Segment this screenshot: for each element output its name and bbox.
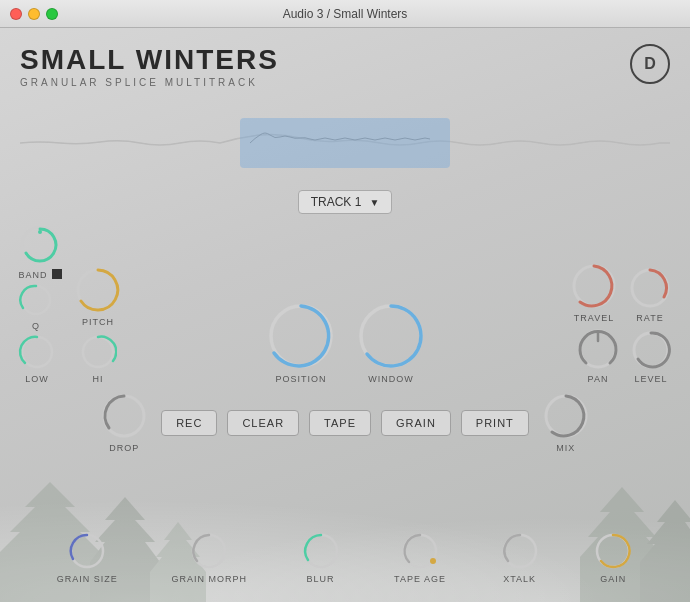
window-knob-group: WINDOW <box>356 301 426 384</box>
pan-level-group: PAN LEVEL <box>576 327 672 384</box>
track-dropdown[interactable]: TRACK 1 ▼ <box>298 190 393 214</box>
track-selector-container: TRACK 1 ▼ <box>0 190 690 214</box>
close-button[interactable] <box>10 8 22 20</box>
svg-point-2 <box>22 286 50 314</box>
band-knob[interactable] <box>18 223 62 267</box>
tape-age-label: TAPE AGE <box>394 574 446 584</box>
low-knob[interactable] <box>18 333 56 371</box>
minimize-button[interactable] <box>28 8 40 20</box>
drop-knob[interactable] <box>100 392 148 440</box>
gain-label: GAIN <box>600 574 626 584</box>
plugin-body: SMALL WINTERS GRANULAR SPLICE MULTITRACK… <box>0 28 690 602</box>
plugin-subtitle: GRANULAR SPLICE MULTITRACK <box>20 77 279 88</box>
position-label: POSITION <box>275 374 326 384</box>
window-knob[interactable] <box>356 301 426 371</box>
plugin-header: SMALL WINTERS GRANULAR SPLICE MULTITRACK <box>20 44 279 88</box>
left-top-group: BAND Q <box>18 223 122 384</box>
bottom-knobs-row: GRAIN SIZE GRAIN MORPH BLUR TAPE <box>0 531 690 584</box>
center-controls: POSITION WINDOW <box>266 301 426 384</box>
rec-button[interactable]: REC <box>161 410 217 436</box>
travel-rate-group: TRAVEL RATE <box>570 262 672 323</box>
band-indicator <box>52 269 62 279</box>
grain-morph-knob[interactable] <box>189 531 229 571</box>
low-label: LOW <box>25 374 49 384</box>
travel-knob-group: TRAVEL <box>570 262 618 323</box>
tape-age-knob[interactable] <box>400 531 440 571</box>
controls-row: BAND Q <box>0 223 690 384</box>
q-knob-group: Q <box>18 282 54 331</box>
travel-label: TRAVEL <box>574 313 614 323</box>
svg-point-1 <box>38 230 42 234</box>
xtalk-knob-group: XTALK <box>500 531 540 584</box>
level-label: LEVEL <box>634 374 667 384</box>
mix-knob[interactable] <box>542 392 590 440</box>
grain-size-knob[interactable] <box>67 531 107 571</box>
grain-morph-label: GRAIN MORPH <box>171 574 247 584</box>
grain-size-label: GRAIN SIZE <box>57 574 118 584</box>
action-buttons: REC CLEAR TAPE GRAIN PRINT <box>158 410 532 436</box>
drop-knob-group: DROP <box>100 392 148 453</box>
blur-label: BLUR <box>307 574 335 584</box>
buttons-and-knobs-row: DROP REC CLEAR TAPE GRAIN PRINT MIX <box>0 392 690 453</box>
mix-knob-group: MIX <box>542 392 590 453</box>
tape-age-knob-group: TAPE AGE <box>394 531 446 584</box>
clear-button[interactable]: CLEAR <box>227 410 299 436</box>
waveform-selection[interactable] <box>240 118 450 168</box>
mix-label: MIX <box>556 443 575 453</box>
hi-knob[interactable] <box>79 333 117 371</box>
drop-label: DROP <box>109 443 139 453</box>
title-bar: Audio 3 / Small Winters <box>0 0 690 28</box>
pan-knob[interactable] <box>576 327 620 371</box>
xtalk-knob[interactable] <box>500 531 540 571</box>
plugin-title: SMALL WINTERS <box>20 44 279 76</box>
right-controls: TRAVEL RATE <box>570 262 672 384</box>
q-knob[interactable] <box>18 282 54 318</box>
pan-knob-group: PAN <box>576 327 620 384</box>
band-label: BAND <box>18 270 47 280</box>
pitch-label: PITCH <box>82 317 114 327</box>
window-title: Audio 3 / Small Winters <box>283 7 408 21</box>
q-label: Q <box>32 321 40 331</box>
main-controls: BAND Q <box>0 223 690 453</box>
pitch-hi-group: PITCH HI <box>74 266 122 384</box>
hi-label: HI <box>93 374 104 384</box>
pan-label: PAN <box>588 374 609 384</box>
position-window-group: POSITION WINDOW <box>266 301 426 384</box>
gain-knob[interactable] <box>593 531 633 571</box>
svg-point-3 <box>22 337 52 367</box>
window-label: WINDOW <box>368 374 414 384</box>
hi-knob-group: HI <box>79 333 117 384</box>
level-knob-group: LEVEL <box>630 329 672 384</box>
blur-knob[interactable] <box>301 531 341 571</box>
track-dropdown-arrow: ▼ <box>369 197 379 208</box>
pitch-knob-group: PITCH <box>74 266 122 327</box>
position-knob[interactable] <box>266 301 336 371</box>
track-label: TRACK 1 <box>311 195 362 209</box>
rate-label: RATE <box>636 313 663 323</box>
travel-knob[interactable] <box>570 262 618 310</box>
grain-morph-knob-group: GRAIN MORPH <box>171 531 247 584</box>
band-q-low-group: BAND Q <box>18 223 62 384</box>
waveform-display[interactable] <box>20 113 670 173</box>
grain-size-knob-group: GRAIN SIZE <box>57 531 118 584</box>
band-knob-group: BAND <box>18 223 62 280</box>
svg-point-19 <box>430 558 436 564</box>
position-knob-group: POSITION <box>266 301 336 384</box>
svg-point-5 <box>83 337 113 367</box>
plugin-logo: D <box>630 44 670 84</box>
print-button[interactable]: PRINT <box>461 410 529 436</box>
rate-knob[interactable] <box>628 266 672 310</box>
tape-button[interactable]: TAPE <box>309 410 371 436</box>
waveform-area[interactable] <box>0 108 690 178</box>
grain-button[interactable]: GRAIN <box>381 410 451 436</box>
left-controls: BAND Q <box>18 223 122 384</box>
xtalk-label: XTALK <box>503 574 536 584</box>
level-knob[interactable] <box>630 329 672 371</box>
pitch-knob[interactable] <box>74 266 122 314</box>
gain-knob-group: GAIN <box>593 531 633 584</box>
blur-knob-group: BLUR <box>301 531 341 584</box>
rate-knob-group: RATE <box>628 266 672 323</box>
window-controls <box>10 8 58 20</box>
low-knob-group: LOW <box>18 333 56 384</box>
maximize-button[interactable] <box>46 8 58 20</box>
